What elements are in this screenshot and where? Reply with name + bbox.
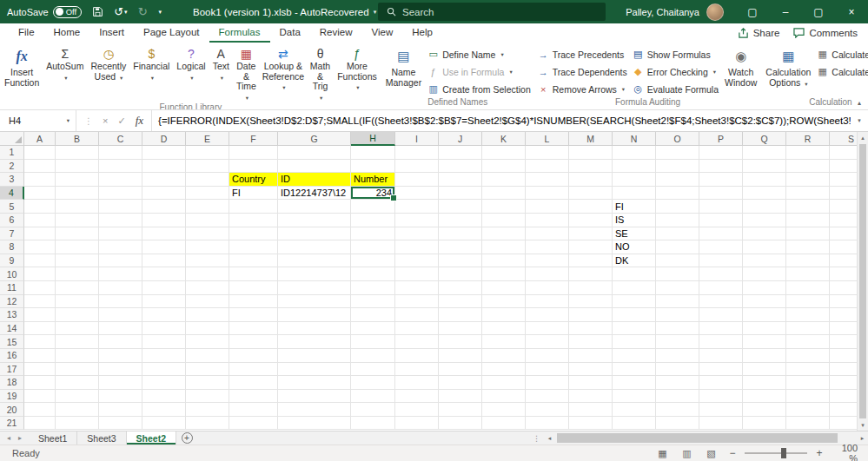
cell-b10[interactable]	[56, 267, 99, 281]
tab-page-layout[interactable]: Page Layout	[134, 23, 209, 43]
cell-e12[interactable]	[186, 295, 229, 309]
cell-e15[interactable]	[186, 335, 229, 349]
cell-g8[interactable]	[278, 240, 351, 254]
cell-l4[interactable]	[526, 187, 569, 201]
cell-c8[interactable]	[99, 240, 142, 254]
row-header-15[interactable]: 15	[0, 335, 24, 349]
cell-j4[interactable]	[439, 187, 482, 201]
cell-h19[interactable]	[351, 390, 395, 404]
cell-c18[interactable]	[99, 376, 142, 390]
cell-a6[interactable]	[24, 214, 56, 227]
cell-d20[interactable]	[142, 403, 186, 417]
cell-b5[interactable]	[56, 200, 99, 214]
cell-c7[interactable]	[99, 227, 142, 241]
cell-n7[interactable]: SE	[613, 227, 656, 241]
cell-s8[interactable]	[830, 240, 857, 254]
cell-k20[interactable]	[482, 403, 526, 417]
cell-c3[interactable]	[99, 173, 142, 187]
cell-c16[interactable]	[99, 349, 142, 363]
cell-q10[interactable]	[743, 267, 786, 281]
cell-b17[interactable]	[56, 363, 99, 377]
autosum-button[interactable]: ΣAutoSum ▾	[43, 43, 87, 82]
horizontal-scrollbar[interactable]	[555, 431, 857, 445]
row-header-12[interactable]: 12	[0, 295, 24, 309]
cell-p16[interactable]	[699, 349, 743, 363]
cell-a7[interactable]	[24, 227, 56, 241]
cell-r18[interactable]	[786, 376, 830, 390]
cell-b20[interactable]	[56, 403, 99, 417]
cell-a8[interactable]	[24, 240, 56, 254]
cell-n11[interactable]	[613, 281, 656, 295]
cell-j2[interactable]	[439, 160, 482, 174]
cell-o14[interactable]	[656, 322, 699, 336]
cell-n15[interactable]	[613, 335, 656, 349]
cell-s4[interactable]	[830, 187, 857, 201]
cell-r2[interactable]	[786, 160, 830, 174]
cell-k8[interactable]	[482, 240, 526, 254]
cell-b3[interactable]	[56, 173, 99, 187]
cell-g3[interactable]: ID	[278, 173, 351, 187]
cell-l16[interactable]	[526, 349, 569, 363]
column-header-s[interactable]: S	[830, 132, 857, 146]
logical-button[interactable]: ?Logical ▾	[173, 43, 209, 82]
cell-d2[interactable]	[142, 160, 186, 174]
cell-k19[interactable]	[482, 390, 526, 404]
cell-c21[interactable]	[99, 417, 142, 431]
column-header-c[interactable]: C	[99, 132, 142, 146]
cell-i21[interactable]	[395, 417, 439, 431]
cell-g9[interactable]	[278, 254, 351, 268]
cell-b18[interactable]	[56, 376, 99, 390]
cell-a13[interactable]	[24, 308, 56, 322]
cell-p21[interactable]	[699, 417, 743, 431]
cell-q14[interactable]	[743, 322, 786, 336]
cell-s12[interactable]	[830, 295, 857, 309]
cell-m14[interactable]	[569, 322, 613, 336]
cell-s15[interactable]	[830, 335, 857, 349]
cell-k21[interactable]	[482, 417, 526, 431]
cell-f4[interactable]: FI	[229, 187, 278, 201]
cell-c5[interactable]	[99, 200, 142, 214]
tab-insert[interactable]: Insert	[89, 23, 134, 43]
cell-r20[interactable]	[786, 403, 830, 417]
cell-c14[interactable]	[99, 322, 142, 336]
cell-k16[interactable]	[482, 349, 526, 363]
lookup-reference-button[interactable]: ⇄Lookup & Reference ▾	[260, 43, 307, 93]
cell-j8[interactable]	[439, 240, 482, 254]
zoom-slider[interactable]	[745, 452, 807, 454]
text-button[interactable]: AText ▾	[209, 43, 233, 82]
cell-f19[interactable]	[229, 390, 278, 404]
cell-o15[interactable]	[656, 335, 699, 349]
autosave-toggle[interactable]: AutoSave Off	[7, 6, 82, 18]
column-header-o[interactable]: O	[656, 132, 699, 146]
scroll-down-icon[interactable]: ▾	[858, 419, 868, 431]
cell-i8[interactable]	[395, 240, 439, 254]
cell-p13[interactable]	[699, 308, 743, 322]
cell-h8[interactable]	[351, 240, 395, 254]
cell-m4[interactable]	[569, 187, 613, 201]
row-header-1[interactable]: 1	[0, 146, 24, 160]
zoom-level[interactable]: 100 %	[832, 443, 863, 461]
evaluate-formula-button[interactable]: ◎Evaluate Formula	[630, 82, 721, 96]
cell-d4[interactable]	[142, 187, 186, 201]
cell-i3[interactable]	[395, 173, 439, 187]
cell-p20[interactable]	[699, 403, 743, 417]
cell-b7[interactable]	[56, 227, 99, 241]
cell-r8[interactable]	[786, 240, 830, 254]
cell-f11[interactable]	[229, 281, 278, 295]
row-header-14[interactable]: 14	[0, 322, 24, 336]
cell-n8[interactable]: NO	[613, 240, 656, 254]
show-formulas-button[interactable]: ▤Show Formulas	[630, 47, 721, 62]
cell-b2[interactable]	[56, 160, 99, 174]
cell-d10[interactable]	[142, 267, 186, 281]
cell-l15[interactable]	[526, 335, 569, 349]
watch-window-button[interactable]: ◉ Watch Window	[721, 43, 760, 88]
cell-a3[interactable]	[24, 173, 56, 187]
cell-d13[interactable]	[142, 308, 186, 322]
cell-r17[interactable]	[786, 363, 830, 377]
cell-c1[interactable]	[99, 146, 142, 160]
cell-f9[interactable]	[229, 254, 278, 268]
cell-j20[interactable]	[439, 403, 482, 417]
cell-i11[interactable]	[395, 281, 439, 295]
column-header-a[interactable]: A	[24, 132, 56, 146]
cell-p17[interactable]	[699, 363, 743, 377]
